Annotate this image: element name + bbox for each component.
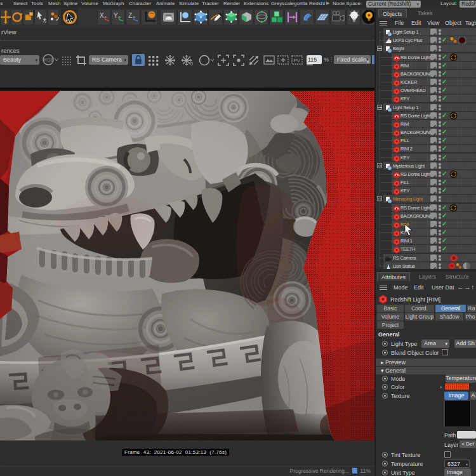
svg-text:X: X xyxy=(100,12,104,19)
svg-text:PV: PV xyxy=(294,58,301,63)
svg-text:RGB: RGB xyxy=(44,58,53,62)
svg-text:Z: Z xyxy=(128,12,132,19)
svg-text:Y: Y xyxy=(114,12,118,19)
svg-text:G: G xyxy=(190,62,193,66)
